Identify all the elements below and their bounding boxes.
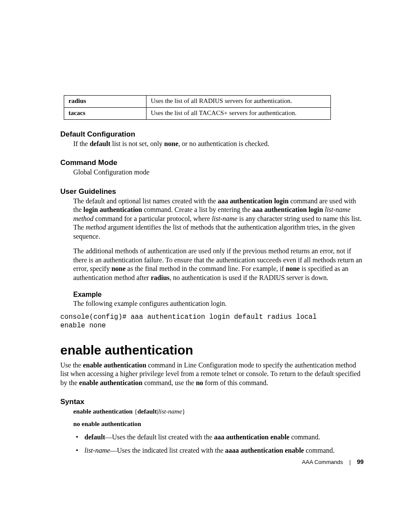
footer-section: AAA Commands — [302, 459, 343, 465]
syntax-line-1: enable authentication {default|list-name… — [73, 408, 364, 415]
footer-separator — [350, 460, 350, 465]
heading-user-guidelines: User Guidelines — [60, 187, 364, 196]
table-row: tacacs Uses the list of all TACACS+ serv… — [64, 108, 331, 120]
example-code: console(config)# aaa authentication logi… — [60, 313, 364, 330]
table-row: radius Uses the list of all RADIUS serve… — [64, 96, 331, 108]
heading-command-mode: Command Mode — [60, 159, 364, 167]
user-guidelines-p1: The default and optional list names crea… — [73, 197, 364, 241]
enable-auth-text: Use the enable authentication command in… — [60, 361, 364, 387]
syntax-bullets: default—Uses the default list created wi… — [73, 433, 364, 455]
syntax-bullet-listname: list-name—Uses the indicated list create… — [73, 446, 364, 455]
param-desc: Uses the list of all TACACS+ servers for… — [146, 108, 331, 120]
user-guidelines-p2: The additional methods of authentication… — [73, 247, 364, 282]
param-key: tacacs — [64, 108, 146, 120]
footer-page-number: 99 — [357, 458, 364, 465]
syntax-line-2: no enable authentication — [73, 420, 364, 428]
param-desc: Uses the list of all RADIUS servers for … — [146, 96, 331, 108]
syntax-bullet-default: default—Uses the default list created wi… — [73, 433, 364, 442]
heading-syntax: Syntax — [60, 398, 364, 406]
page: radius Uses the list of all RADIUS serve… — [0, 0, 411, 532]
param-table: radius Uses the list of all RADIUS serve… — [64, 95, 331, 120]
example-text: The following example configures authent… — [73, 299, 364, 308]
heading-default-configuration: Default Configuration — [60, 130, 364, 139]
default-config-text: If the default list is not set, only non… — [73, 140, 364, 148]
page-footer: AAA Commands 99 — [302, 458, 364, 465]
heading-enable-authentication: enable authentication — [60, 343, 364, 358]
command-mode-text: Global Configuration mode — [73, 168, 364, 177]
heading-example: Example — [73, 291, 364, 299]
param-key: radius — [64, 96, 146, 108]
